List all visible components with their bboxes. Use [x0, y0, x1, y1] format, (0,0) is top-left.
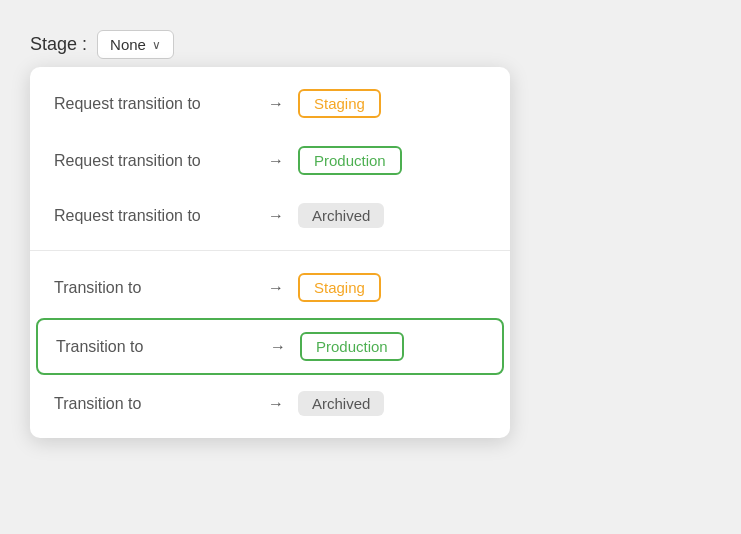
stage-label: Stage : [30, 34, 87, 55]
stage-row: Stage : None ∨ [30, 30, 510, 59]
request-transition-item-0[interactable]: Request transition to→Staging [30, 75, 510, 132]
page-container: Stage : None ∨ Request transition to→Sta… [30, 30, 510, 438]
request-transition-item-2[interactable]: Request transition to→Archived [30, 189, 510, 242]
badge-staging: Staging [298, 273, 381, 302]
menu-item-text: Request transition to [54, 95, 254, 113]
menu-item-text: Request transition to [54, 207, 254, 225]
transition-item-2[interactable]: Transition to→Archived [30, 377, 510, 430]
request-transition-section: Request transition to→StagingRequest tra… [30, 67, 510, 250]
transition-section: Transition to→StagingTransition to→Produ… [30, 250, 510, 438]
badge-archived: Archived [298, 203, 384, 228]
request-transition-item-1[interactable]: Request transition to→Production [30, 132, 510, 189]
menu-item-text: Transition to [56, 338, 256, 356]
arrow-icon: → [268, 152, 284, 170]
stage-dropdown-value: None [110, 36, 146, 53]
badge-staging: Staging [298, 89, 381, 118]
badge-production: Production [300, 332, 404, 361]
menu-item-text: Request transition to [54, 152, 254, 170]
transition-item-0[interactable]: Transition to→Staging [30, 259, 510, 316]
transition-item-1[interactable]: Transition to→Production [36, 318, 504, 375]
badge-archived: Archived [298, 391, 384, 416]
badge-production: Production [298, 146, 402, 175]
arrow-icon: → [268, 207, 284, 225]
arrow-icon: → [268, 395, 284, 413]
stage-dropdown[interactable]: None ∨ [97, 30, 174, 59]
menu-item-text: Transition to [54, 279, 254, 297]
menu-item-text: Transition to [54, 395, 254, 413]
arrow-icon: → [268, 279, 284, 297]
dropdown-menu: Request transition to→StagingRequest tra… [30, 67, 510, 438]
arrow-icon: → [270, 338, 286, 356]
arrow-icon: → [268, 95, 284, 113]
chevron-down-icon: ∨ [152, 38, 161, 52]
